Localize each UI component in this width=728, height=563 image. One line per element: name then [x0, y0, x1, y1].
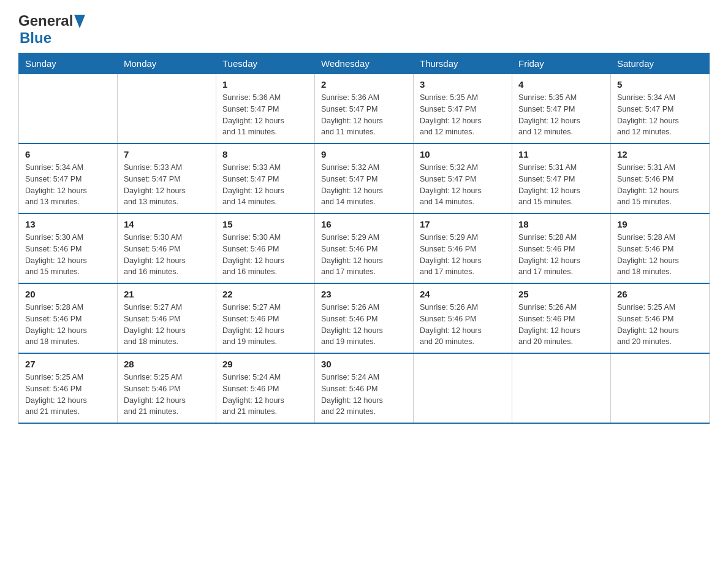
day-number: 24 [420, 289, 506, 299]
day-info: Sunrise: 5:25 AM Sunset: 5:46 PM Dayligh… [617, 302, 703, 348]
day-info: Sunrise: 5:36 AM Sunset: 5:47 PM Dayligh… [222, 92, 308, 138]
day-info: Sunrise: 5:28 AM Sunset: 5:46 PM Dayligh… [518, 232, 604, 278]
logo-triangle-icon [74, 15, 85, 28]
day-number: 29 [222, 359, 308, 369]
calendar-cell: 26Sunrise: 5:25 AM Sunset: 5:46 PM Dayli… [611, 283, 710, 353]
day-number: 9 [321, 149, 407, 159]
day-number: 25 [518, 289, 604, 299]
logo: General Blue [18, 12, 85, 47]
calendar-week-row: 13Sunrise: 5:30 AM Sunset: 5:46 PM Dayli… [19, 213, 710, 283]
day-info: Sunrise: 5:24 AM Sunset: 5:46 PM Dayligh… [321, 372, 407, 418]
day-info: Sunrise: 5:32 AM Sunset: 5:47 PM Dayligh… [321, 162, 407, 208]
calendar-cell: 12Sunrise: 5:31 AM Sunset: 5:46 PM Dayli… [611, 144, 710, 213]
calendar-cell [611, 353, 710, 423]
logo-blue-text: Blue [20, 29, 51, 46]
day-number: 21 [124, 289, 210, 299]
column-header-monday: Monday [118, 53, 216, 74]
day-info: Sunrise: 5:24 AM Sunset: 5:46 PM Dayligh… [222, 372, 308, 418]
column-header-saturday: Saturday [611, 53, 710, 74]
day-number: 5 [617, 79, 703, 90]
day-info: Sunrise: 5:25 AM Sunset: 5:46 PM Dayligh… [124, 372, 210, 418]
calendar-cell: 22Sunrise: 5:27 AM Sunset: 5:46 PM Dayli… [216, 283, 315, 353]
day-number: 14 [124, 219, 210, 229]
calendar-cell: 8Sunrise: 5:33 AM Sunset: 5:47 PM Daylig… [216, 144, 315, 213]
logo-general-text: General [18, 12, 73, 29]
calendar-cell: 4Sunrise: 5:35 AM Sunset: 5:47 PM Daylig… [512, 74, 611, 144]
calendar-cell: 29Sunrise: 5:24 AM Sunset: 5:46 PM Dayli… [216, 353, 315, 423]
day-info: Sunrise: 5:33 AM Sunset: 5:47 PM Dayligh… [124, 162, 210, 208]
calendar-week-row: 27Sunrise: 5:25 AM Sunset: 5:46 PM Dayli… [19, 353, 710, 423]
day-number: 26 [617, 289, 703, 299]
day-number: 7 [124, 149, 210, 159]
day-number: 20 [25, 289, 111, 299]
calendar-cell: 15Sunrise: 5:30 AM Sunset: 5:46 PM Dayli… [216, 213, 315, 283]
calendar-cell: 6Sunrise: 5:34 AM Sunset: 5:47 PM Daylig… [19, 144, 118, 213]
calendar-cell: 23Sunrise: 5:26 AM Sunset: 5:46 PM Dayli… [315, 283, 414, 353]
day-info: Sunrise: 5:28 AM Sunset: 5:46 PM Dayligh… [25, 302, 111, 348]
calendar-header-row: SundayMondayTuesdayWednesdayThursdayFrid… [19, 53, 710, 74]
day-number: 30 [321, 359, 407, 369]
calendar-cell: 2Sunrise: 5:36 AM Sunset: 5:47 PM Daylig… [315, 74, 414, 144]
calendar-week-row: 1Sunrise: 5:36 AM Sunset: 5:47 PM Daylig… [19, 74, 710, 144]
day-info: Sunrise: 5:27 AM Sunset: 5:46 PM Dayligh… [124, 302, 210, 348]
calendar-cell: 19Sunrise: 5:28 AM Sunset: 5:46 PM Dayli… [611, 213, 710, 283]
day-info: Sunrise: 5:26 AM Sunset: 5:46 PM Dayligh… [420, 302, 506, 348]
day-number: 28 [124, 359, 210, 369]
day-info: Sunrise: 5:25 AM Sunset: 5:46 PM Dayligh… [25, 372, 111, 418]
calendar-cell: 1Sunrise: 5:36 AM Sunset: 5:47 PM Daylig… [216, 74, 315, 144]
column-header-sunday: Sunday [19, 53, 118, 74]
day-number: 2 [321, 79, 407, 90]
calendar-cell: 13Sunrise: 5:30 AM Sunset: 5:46 PM Dayli… [19, 213, 118, 283]
day-info: Sunrise: 5:32 AM Sunset: 5:47 PM Dayligh… [420, 162, 506, 208]
day-info: Sunrise: 5:27 AM Sunset: 5:46 PM Dayligh… [222, 302, 308, 348]
day-info: Sunrise: 5:29 AM Sunset: 5:46 PM Dayligh… [321, 232, 407, 278]
day-number: 16 [321, 219, 407, 229]
day-info: Sunrise: 5:30 AM Sunset: 5:46 PM Dayligh… [222, 232, 308, 278]
day-info: Sunrise: 5:36 AM Sunset: 5:47 PM Dayligh… [321, 92, 407, 138]
day-number: 6 [25, 149, 111, 159]
day-number: 27 [25, 359, 111, 369]
calendar-cell: 17Sunrise: 5:29 AM Sunset: 5:46 PM Dayli… [414, 213, 512, 283]
day-info: Sunrise: 5:35 AM Sunset: 5:47 PM Dayligh… [518, 92, 604, 138]
calendar-cell: 7Sunrise: 5:33 AM Sunset: 5:47 PM Daylig… [118, 144, 216, 213]
calendar-cell [118, 74, 216, 144]
column-header-wednesday: Wednesday [315, 53, 414, 74]
day-number: 22 [222, 289, 308, 299]
calendar-week-row: 6Sunrise: 5:34 AM Sunset: 5:47 PM Daylig… [19, 144, 710, 213]
day-info: Sunrise: 5:28 AM Sunset: 5:46 PM Dayligh… [617, 232, 703, 278]
calendar-cell: 24Sunrise: 5:26 AM Sunset: 5:46 PM Dayli… [414, 283, 512, 353]
calendar-cell: 10Sunrise: 5:32 AM Sunset: 5:47 PM Dayli… [414, 144, 512, 213]
svg-marker-0 [74, 15, 85, 28]
day-number: 13 [25, 219, 111, 229]
calendar-cell [512, 353, 611, 423]
day-info: Sunrise: 5:35 AM Sunset: 5:47 PM Dayligh… [420, 92, 506, 138]
column-header-friday: Friday [512, 53, 611, 74]
calendar-table: SundayMondayTuesdayWednesdayThursdayFrid… [18, 53, 710, 424]
day-number: 4 [518, 79, 604, 90]
calendar-cell: 30Sunrise: 5:24 AM Sunset: 5:46 PM Dayli… [315, 353, 414, 423]
day-number: 3 [420, 79, 506, 90]
calendar-cell: 18Sunrise: 5:28 AM Sunset: 5:46 PM Dayli… [512, 213, 611, 283]
day-number: 18 [518, 219, 604, 229]
day-info: Sunrise: 5:26 AM Sunset: 5:46 PM Dayligh… [518, 302, 604, 348]
calendar-cell: 3Sunrise: 5:35 AM Sunset: 5:47 PM Daylig… [414, 74, 512, 144]
day-info: Sunrise: 5:30 AM Sunset: 5:46 PM Dayligh… [25, 232, 111, 278]
day-number: 15 [222, 219, 308, 229]
calendar-cell: 20Sunrise: 5:28 AM Sunset: 5:46 PM Dayli… [19, 283, 118, 353]
page-header: General Blue [18, 12, 710, 47]
day-number: 10 [420, 149, 506, 159]
column-header-tuesday: Tuesday [216, 53, 315, 74]
day-info: Sunrise: 5:31 AM Sunset: 5:47 PM Dayligh… [518, 162, 604, 208]
calendar-cell [19, 74, 118, 144]
day-number: 11 [518, 149, 604, 159]
calendar-cell: 25Sunrise: 5:26 AM Sunset: 5:46 PM Dayli… [512, 283, 611, 353]
calendar-cell [414, 353, 512, 423]
day-info: Sunrise: 5:26 AM Sunset: 5:46 PM Dayligh… [321, 302, 407, 348]
day-info: Sunrise: 5:33 AM Sunset: 5:47 PM Dayligh… [222, 162, 308, 208]
day-info: Sunrise: 5:34 AM Sunset: 5:47 PM Dayligh… [617, 92, 703, 138]
day-number: 17 [420, 219, 506, 229]
calendar-week-row: 20Sunrise: 5:28 AM Sunset: 5:46 PM Dayli… [19, 283, 710, 353]
day-info: Sunrise: 5:31 AM Sunset: 5:46 PM Dayligh… [617, 162, 703, 208]
day-number: 19 [617, 219, 703, 229]
calendar-cell: 14Sunrise: 5:30 AM Sunset: 5:46 PM Dayli… [118, 213, 216, 283]
